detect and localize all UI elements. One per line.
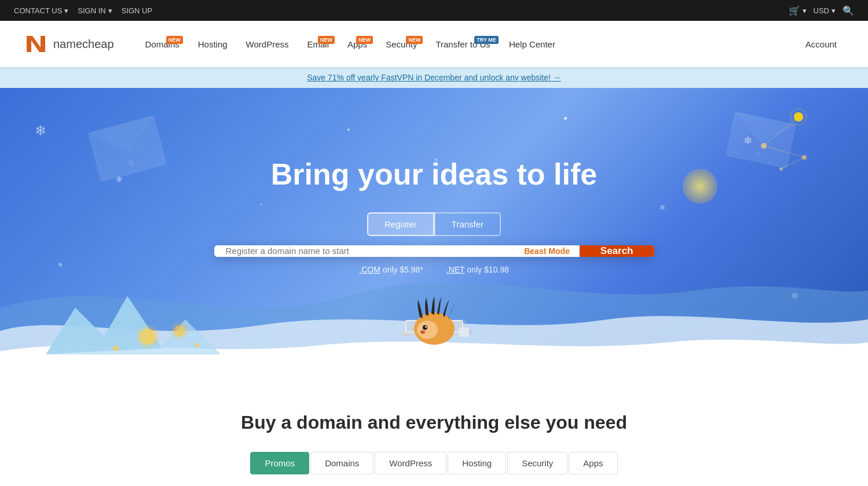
search-bar: Beast Mode Search: [214, 245, 654, 257]
svg-point-20: [136, 325, 159, 348]
svg-point-4: [802, 155, 807, 160]
contact-us-label: CONTACT US: [14, 6, 62, 15]
svg-point-29: [417, 321, 438, 339]
contact-us-button[interactable]: CONTACT US ▾: [14, 6, 68, 15]
svg-point-19: [140, 329, 156, 345]
cat-tab-wordpress[interactable]: WordPress: [375, 452, 446, 474]
security-badge: NEW: [406, 36, 423, 45]
sign-up-link[interactable]: SIGN UP: [122, 6, 152, 15]
svg-point-5: [779, 167, 783, 171]
com-tld-link[interactable]: .COM: [359, 265, 380, 274]
snowflake-icon: ❄: [791, 290, 799, 301]
email-badge: NEW: [318, 36, 335, 45]
com-price-text: only $5.98*: [383, 265, 423, 274]
search-button[interactable]: Search: [580, 245, 654, 257]
apps-badge: NEW: [356, 36, 373, 45]
nav-item-transfer[interactable]: TRY ME Transfer to Us: [427, 35, 498, 54]
contact-chevron-icon: ▾: [64, 6, 68, 15]
net-price-text: only $10.98: [467, 265, 508, 274]
topbar-left: CONTACT US ▾ SIGN IN ▾ SIGN UP: [14, 6, 152, 15]
svg-point-1: [794, 112, 803, 122]
net-tld-link[interactable]: .NET: [446, 265, 465, 274]
svg-rect-25: [400, 332, 469, 336]
nav-item-email[interactable]: NEW Email: [299, 35, 338, 54]
cat-tab-domains[interactable]: Domains: [310, 452, 373, 474]
cat-tab-security[interactable]: Security: [507, 452, 567, 474]
nav-item-help[interactable]: Help Center: [501, 35, 563, 54]
cat-tab-apps[interactable]: Apps: [569, 452, 617, 474]
nav-item-apps[interactable]: NEW Apps: [339, 35, 375, 54]
svg-marker-15: [730, 112, 795, 149]
com-price: .COM only $5.98*: [359, 265, 423, 274]
svg-rect-33: [459, 327, 469, 337]
svg-line-7: [764, 146, 804, 157]
cat-tab-promos[interactable]: Promos: [250, 452, 309, 474]
svg-point-2: [790, 109, 807, 125]
navbar: namecheap NEW Domains Hosting WordPress …: [0, 21, 868, 67]
beast-mode-button[interactable]: Beast Mode: [515, 245, 580, 257]
svg-line-11: [95, 149, 131, 181]
nav-wordpress-label: WordPress: [246, 39, 289, 49]
domain-search-input[interactable]: [214, 245, 515, 257]
svg-point-32: [420, 330, 425, 334]
svg-line-16: [726, 134, 758, 161]
snowflake-icon: ❄: [35, 123, 46, 139]
svg-text:❄: ❄: [127, 157, 136, 168]
svg-rect-9: [89, 116, 166, 181]
svg-line-17: [759, 141, 791, 168]
svg-point-23: [113, 345, 119, 351]
svg-rect-14: [726, 112, 795, 168]
hero-scene-bottom: [0, 262, 868, 377]
svg-marker-10: [89, 116, 160, 160]
envelope-decoration: ❄: [87, 115, 167, 183]
star-decoration: [564, 117, 567, 120]
sign-in-button[interactable]: SIGN IN ▾: [78, 6, 112, 15]
svg-point-24: [195, 343, 199, 348]
logo-text: namecheap: [53, 38, 114, 51]
svg-rect-26: [405, 320, 463, 333]
nav-hosting-label: Hosting: [198, 39, 228, 49]
snowflake-icon: ❄: [744, 134, 752, 147]
nav-item-domains[interactable]: NEW Domains: [137, 35, 188, 54]
cart-button[interactable]: 🛒 ▾: [789, 5, 807, 16]
register-tab[interactable]: Register: [367, 212, 434, 236]
logo[interactable]: namecheap: [23, 31, 114, 57]
below-hero: Buy a domain and everything else you nee…: [0, 377, 868, 486]
nav-item-hosting[interactable]: Hosting: [190, 35, 236, 54]
domain-prices: .COM only $5.98* .NET only $10.98: [359, 265, 508, 274]
sign-up-label: SIGN UP: [122, 6, 152, 15]
category-tabs: Promos Domains WordPress Hosting Securit…: [23, 452, 845, 474]
currency-chevron-icon: ▾: [832, 6, 836, 15]
svg-point-22: [170, 322, 189, 340]
currency-selector[interactable]: USD ▾: [814, 6, 836, 15]
transfer-badge: TRY ME: [474, 36, 499, 45]
search-icon[interactable]: 🔍: [843, 5, 854, 16]
svg-text:❄: ❄: [755, 149, 762, 159]
snowflake-icon: ❄: [58, 262, 63, 268]
nav-account-label: Account: [805, 39, 837, 49]
mascot-svg: [376, 288, 492, 358]
nav-help-label: Help Center: [509, 39, 555, 49]
hero-wave-svg: [0, 262, 868, 377]
nav-item-wordpress[interactable]: WordPress: [238, 35, 297, 54]
search-tabs: Register Transfer: [367, 212, 501, 236]
cat-tab-hosting[interactable]: Hosting: [448, 452, 506, 474]
mascot-container: [376, 288, 492, 360]
svg-point-21: [174, 325, 185, 337]
nav-item-security[interactable]: NEW Security: [378, 35, 425, 54]
cart-icon: 🛒: [789, 5, 800, 16]
net-price: .NET only $10.98: [446, 265, 509, 274]
below-title: Buy a domain and everything else you nee…: [23, 412, 845, 433]
hero-title: Bring your ideas to life: [271, 157, 597, 192]
constellation-decoration: [706, 100, 822, 192]
logo-icon: [23, 31, 49, 57]
star-decoration: [347, 128, 350, 131]
nav-item-account[interactable]: Account: [797, 35, 845, 54]
promo-banner-link[interactable]: Save 71% off yearly FastVPN in December …: [307, 73, 561, 82]
svg-rect-27: [406, 321, 462, 332]
transfer-tab[interactable]: Transfer: [434, 212, 501, 236]
orb-decoration: [683, 169, 717, 204]
domains-badge: NEW: [166, 36, 183, 45]
sign-in-label: SIGN IN: [78, 6, 105, 15]
topbar: CONTACT US ▾ SIGN IN ▾ SIGN UP 🛒 ▾ USD ▾…: [0, 0, 868, 21]
